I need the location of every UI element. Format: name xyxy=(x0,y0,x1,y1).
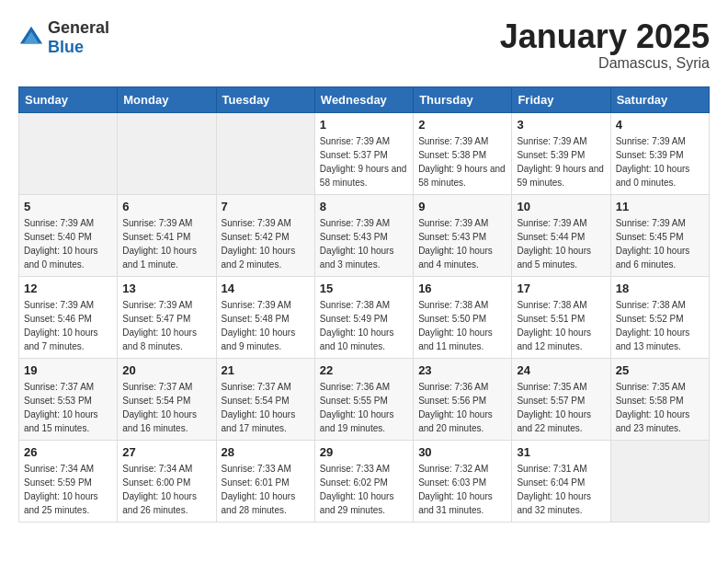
day-number: 6 xyxy=(122,200,210,213)
calendar-cell: 25Sunrise: 7:35 AM Sunset: 5:58 PM Dayli… xyxy=(610,358,709,440)
calendar-cell: 10Sunrise: 7:39 AM Sunset: 5:44 PM Dayli… xyxy=(512,194,610,276)
calendar-cell: 2Sunrise: 7:39 AM Sunset: 5:38 PM Daylig… xyxy=(414,112,512,194)
calendar-cell: 26Sunrise: 7:34 AM Sunset: 5:59 PM Dayli… xyxy=(19,440,118,522)
day-number: 19 xyxy=(24,363,112,377)
calendar-cell xyxy=(19,112,118,194)
calendar-cell: 3Sunrise: 7:39 AM Sunset: 5:39 PM Daylig… xyxy=(512,112,610,194)
day-number: 9 xyxy=(418,200,506,213)
weekday-header: Monday xyxy=(118,86,216,112)
day-info: Sunrise: 7:37 AM Sunset: 5:54 PM Dayligh… xyxy=(222,380,310,435)
day-info: Sunrise: 7:39 AM Sunset: 5:47 PM Dayligh… xyxy=(122,298,210,353)
weekday-header: Tuesday xyxy=(216,86,314,112)
day-number: 17 xyxy=(517,282,605,295)
calendar-week-row: 5Sunrise: 7:39 AM Sunset: 5:40 PM Daylig… xyxy=(19,194,710,276)
calendar-cell: 13Sunrise: 7:39 AM Sunset: 5:47 PM Dayli… xyxy=(118,276,216,358)
calendar-cell: 24Sunrise: 7:35 AM Sunset: 5:57 PM Dayli… xyxy=(512,358,610,440)
day-info: Sunrise: 7:36 AM Sunset: 5:55 PM Dayligh… xyxy=(320,380,408,435)
day-number: 13 xyxy=(122,282,210,295)
calendar-cell: 6Sunrise: 7:39 AM Sunset: 5:41 PM Daylig… xyxy=(118,194,216,276)
day-number: 25 xyxy=(616,363,704,377)
calendar-cell: 1Sunrise: 7:39 AM Sunset: 5:37 PM Daylig… xyxy=(314,112,413,194)
day-info: Sunrise: 7:38 AM Sunset: 5:49 PM Dayligh… xyxy=(320,298,408,353)
calendar-cell: 20Sunrise: 7:37 AM Sunset: 5:54 PM Dayli… xyxy=(118,358,216,440)
weekday-header: Saturday xyxy=(610,86,709,112)
day-number: 30 xyxy=(418,445,506,459)
calendar-cell: 18Sunrise: 7:38 AM Sunset: 5:52 PM Dayli… xyxy=(610,276,709,358)
day-number: 24 xyxy=(517,363,605,377)
day-number: 31 xyxy=(517,445,605,459)
day-number: 2 xyxy=(418,118,506,132)
day-number: 16 xyxy=(418,282,506,295)
day-info: Sunrise: 7:39 AM Sunset: 5:37 PM Dayligh… xyxy=(320,134,408,190)
day-number: 20 xyxy=(122,363,210,377)
calendar-cell: 19Sunrise: 7:37 AM Sunset: 5:53 PM Dayli… xyxy=(19,358,118,440)
day-info: Sunrise: 7:33 AM Sunset: 6:01 PM Dayligh… xyxy=(222,462,310,517)
calendar-cell xyxy=(610,440,709,522)
day-number: 7 xyxy=(222,200,310,213)
day-info: Sunrise: 7:35 AM Sunset: 5:57 PM Dayligh… xyxy=(517,380,605,435)
day-info: Sunrise: 7:39 AM Sunset: 5:43 PM Dayligh… xyxy=(418,216,506,271)
day-info: Sunrise: 7:39 AM Sunset: 5:42 PM Dayligh… xyxy=(222,216,310,271)
day-number: 12 xyxy=(24,282,112,295)
logo-text: General Blue xyxy=(48,18,109,57)
day-info: Sunrise: 7:38 AM Sunset: 5:52 PM Dayligh… xyxy=(616,298,704,353)
calendar-cell: 17Sunrise: 7:38 AM Sunset: 5:51 PM Dayli… xyxy=(512,276,610,358)
calendar-cell: 29Sunrise: 7:33 AM Sunset: 6:02 PM Dayli… xyxy=(314,440,413,522)
calendar-cell: 14Sunrise: 7:39 AM Sunset: 5:48 PM Dayli… xyxy=(216,276,314,358)
day-info: Sunrise: 7:32 AM Sunset: 6:03 PM Dayligh… xyxy=(418,462,506,517)
calendar-cell: 5Sunrise: 7:39 AM Sunset: 5:40 PM Daylig… xyxy=(19,194,118,276)
day-info: Sunrise: 7:36 AM Sunset: 5:56 PM Dayligh… xyxy=(418,380,506,435)
location-title: Damascus, Syria xyxy=(500,55,710,72)
day-info: Sunrise: 7:34 AM Sunset: 6:00 PM Dayligh… xyxy=(122,462,210,517)
weekday-header: Wednesday xyxy=(314,86,413,112)
day-info: Sunrise: 7:38 AM Sunset: 5:51 PM Dayligh… xyxy=(517,298,605,353)
day-info: Sunrise: 7:31 AM Sunset: 6:04 PM Dayligh… xyxy=(517,462,605,517)
calendar-cell: 12Sunrise: 7:39 AM Sunset: 5:46 PM Dayli… xyxy=(19,276,118,358)
calendar-week-row: 19Sunrise: 7:37 AM Sunset: 5:53 PM Dayli… xyxy=(19,358,710,440)
day-info: Sunrise: 7:39 AM Sunset: 5:48 PM Dayligh… xyxy=(222,298,310,353)
calendar-week-row: 1Sunrise: 7:39 AM Sunset: 5:37 PM Daylig… xyxy=(19,112,710,194)
calendar-cell: 16Sunrise: 7:38 AM Sunset: 5:50 PM Dayli… xyxy=(414,276,512,358)
day-info: Sunrise: 7:37 AM Sunset: 5:54 PM Dayligh… xyxy=(122,380,210,435)
weekday-header: Sunday xyxy=(19,86,118,112)
day-info: Sunrise: 7:39 AM Sunset: 5:44 PM Dayligh… xyxy=(517,216,605,271)
calendar-cell xyxy=(216,112,314,194)
day-number: 22 xyxy=(320,363,408,377)
calendar-cell: 15Sunrise: 7:38 AM Sunset: 5:49 PM Dayli… xyxy=(314,276,413,358)
day-number: 14 xyxy=(222,282,310,295)
calendar-cell: 31Sunrise: 7:31 AM Sunset: 6:04 PM Dayli… xyxy=(512,440,610,522)
logo: General Blue xyxy=(18,18,109,57)
day-info: Sunrise: 7:39 AM Sunset: 5:46 PM Dayligh… xyxy=(24,298,112,353)
weekday-header: Friday xyxy=(512,86,610,112)
day-info: Sunrise: 7:37 AM Sunset: 5:53 PM Dayligh… xyxy=(24,380,112,435)
day-number: 10 xyxy=(517,200,605,213)
day-info: Sunrise: 7:39 AM Sunset: 5:39 PM Dayligh… xyxy=(616,134,704,190)
logo-blue: Blue xyxy=(48,38,84,56)
day-number: 5 xyxy=(24,200,112,213)
day-info: Sunrise: 7:39 AM Sunset: 5:43 PM Dayligh… xyxy=(320,216,408,271)
day-number: 15 xyxy=(320,282,408,295)
calendar-cell: 21Sunrise: 7:37 AM Sunset: 5:54 PM Dayli… xyxy=(216,358,314,440)
calendar-cell: 28Sunrise: 7:33 AM Sunset: 6:01 PM Dayli… xyxy=(216,440,314,522)
logo-general: General xyxy=(48,18,109,37)
day-info: Sunrise: 7:39 AM Sunset: 5:40 PM Dayligh… xyxy=(24,216,112,271)
title-block: January 2025 Damascus, Syria xyxy=(500,18,710,72)
calendar-table: SundayMondayTuesdayWednesdayThursdayFrid… xyxy=(18,86,710,523)
calendar-cell: 30Sunrise: 7:32 AM Sunset: 6:03 PM Dayli… xyxy=(414,440,512,522)
day-info: Sunrise: 7:39 AM Sunset: 5:38 PM Dayligh… xyxy=(418,134,506,190)
day-number: 8 xyxy=(320,200,408,213)
logo-icon xyxy=(18,25,44,51)
day-info: Sunrise: 7:39 AM Sunset: 5:39 PM Dayligh… xyxy=(517,134,605,190)
calendar-week-row: 26Sunrise: 7:34 AM Sunset: 5:59 PM Dayli… xyxy=(19,440,710,522)
day-number: 1 xyxy=(320,118,408,132)
day-number: 21 xyxy=(222,363,310,377)
day-info: Sunrise: 7:39 AM Sunset: 5:41 PM Dayligh… xyxy=(122,216,210,271)
page-header: General Blue January 2025 Damascus, Syri… xyxy=(18,18,710,72)
day-info: Sunrise: 7:35 AM Sunset: 5:58 PM Dayligh… xyxy=(616,380,704,435)
calendar-cell: 27Sunrise: 7:34 AM Sunset: 6:00 PM Dayli… xyxy=(118,440,216,522)
day-info: Sunrise: 7:33 AM Sunset: 6:02 PM Dayligh… xyxy=(320,462,408,517)
day-info: Sunrise: 7:34 AM Sunset: 5:59 PM Dayligh… xyxy=(24,462,112,517)
day-info: Sunrise: 7:39 AM Sunset: 5:45 PM Dayligh… xyxy=(616,216,704,271)
day-number: 26 xyxy=(24,445,112,459)
calendar-cell: 7Sunrise: 7:39 AM Sunset: 5:42 PM Daylig… xyxy=(216,194,314,276)
